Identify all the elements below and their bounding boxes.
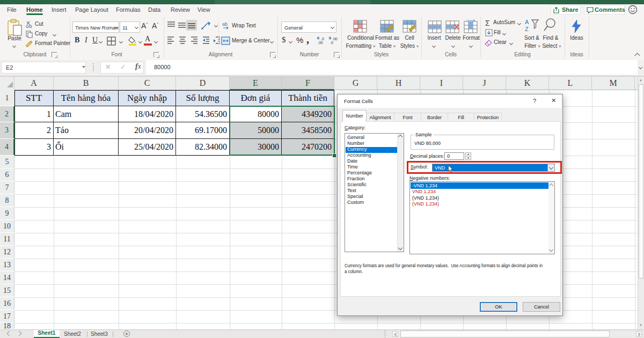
svg-text:.00: .00 [318,41,323,45]
svg-text:Z: Z [525,26,529,32]
svg-text:A: A [525,19,529,25]
svg-text:.0: .0 [330,41,333,45]
svg-text:.0: .0 [321,37,324,41]
svg-text:.00: .00 [332,37,338,41]
svg-text:ab: ab [222,21,228,27]
